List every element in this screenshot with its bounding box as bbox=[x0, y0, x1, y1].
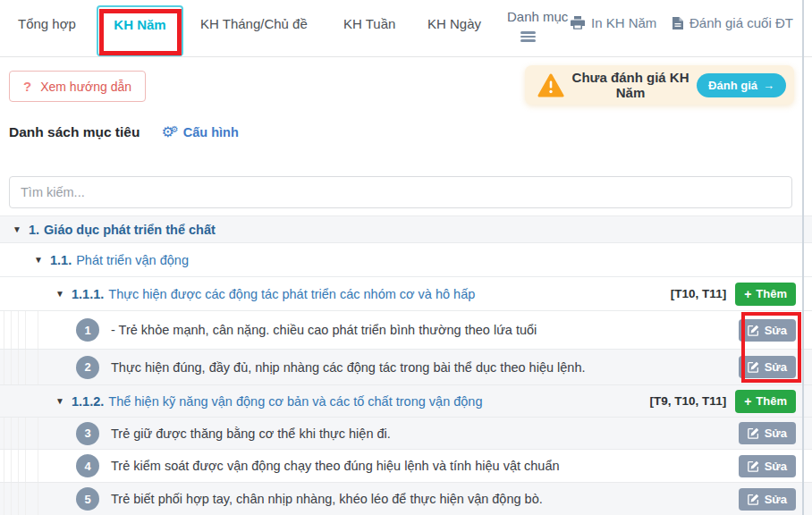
warning-banner: Chưa đánh giá KH Năm Đánh giá → bbox=[525, 65, 794, 105]
tab-danh-muc[interactable]: Danh mục bbox=[506, 8, 549, 44]
goal-index-badge: 5 bbox=[76, 487, 99, 511]
collapse-caret-icon[interactable]: ▼ bbox=[34, 255, 50, 265]
edit-button[interactable]: Sửa bbox=[739, 422, 796, 444]
group-label: Giáo dục phát triển thể chất bbox=[44, 223, 216, 237]
collapse-caret-icon[interactable]: ▼ bbox=[13, 224, 29, 234]
group-number: 1.1.1. bbox=[72, 287, 104, 301]
tab-danh-gia-cuoi-dt[interactable]: Đánh giá cuối ĐT bbox=[672, 15, 793, 30]
tab-kh-nam[interactable]: KH Năm bbox=[97, 5, 183, 56]
document-icon bbox=[672, 17, 683, 30]
edit-button[interactable]: Sửa bbox=[739, 356, 796, 378]
edit-button-label: Sửa bbox=[765, 360, 787, 374]
tab-kh-ngay[interactable]: KH Ngày bbox=[427, 16, 481, 31]
collapse-caret-icon[interactable]: ▼ bbox=[55, 289, 72, 299]
pencil-square-icon bbox=[748, 460, 759, 472]
config-link-label: Cấu hình bbox=[183, 125, 239, 139]
evaluate-button-label: Đánh giá bbox=[708, 79, 757, 92]
page: Tổng hợp KH Năm KH Tháng/Chủ đề KH Tuần … bbox=[0, 0, 812, 515]
goal-tree: ▼1.Giáo dục phát triển thể chất▼1.1.Phát… bbox=[0, 215, 812, 515]
tab-danh-muc-label: Danh mục bbox=[507, 8, 548, 26]
edit-button-label: Sửa bbox=[765, 426, 787, 440]
tab-kh-thang-chu-de[interactable]: KH Tháng/Chủ đề bbox=[200, 16, 308, 31]
group-label: Thực hiện được các động tác phát triển c… bbox=[108, 287, 475, 301]
evaluate-button[interactable]: Đánh giá → bbox=[697, 73, 786, 97]
goal-label: Trẻ giữ được thăng bằng cơ thể khi thực … bbox=[111, 426, 391, 441]
add-button[interactable]: +Thêm bbox=[735, 390, 796, 413]
pencil-square-icon bbox=[748, 494, 759, 505]
pencil-square-icon bbox=[748, 325, 759, 336]
goal-index-badge: 4 bbox=[76, 454, 99, 477]
tree-group-row: ▼1.Giáo dục phát triển thể chất bbox=[0, 215, 812, 242]
goal-label: Trẻ kiểm soát được vận động chạy theo đú… bbox=[111, 459, 560, 473]
group-number: 1. bbox=[29, 223, 39, 237]
add-button-label: Thêm bbox=[756, 394, 787, 408]
tree-group-row: ▼1.1.Phát triển vận động bbox=[0, 242, 812, 276]
gears-icon: ⚙⚙ bbox=[161, 125, 178, 139]
edit-button-label: Sửa bbox=[765, 324, 787, 337]
tab-in-kh-nam-label: In KH Năm bbox=[591, 15, 656, 30]
group-label: Thể hiện kỹ năng vận động cơ bản và các … bbox=[108, 394, 482, 409]
plus-icon: + bbox=[744, 394, 751, 409]
tab-danh-gia-cuoi-dt-label: Đánh giá cuối ĐT bbox=[689, 15, 793, 30]
goal-label: - Trẻ khỏe mạnh, cân nặng. chiều cao phá… bbox=[111, 323, 537, 337]
arrow-right-icon: → bbox=[763, 79, 774, 92]
goal-label: Thực hiện đúng, đầy đủ, nhịp nhàng các đ… bbox=[111, 360, 585, 375]
goal-index-badge: 2 bbox=[76, 356, 99, 379]
warning-triangle-icon bbox=[537, 73, 564, 97]
printer-icon bbox=[571, 16, 585, 30]
tab-bar: Tổng hợp KH Năm KH Tháng/Chủ đề KH Tuần … bbox=[0, 0, 812, 57]
help-button[interactable]: ? Xem hướng dẫn bbox=[9, 71, 146, 102]
pencil-square-icon bbox=[748, 427, 759, 439]
help-button-label: Xem hướng dẫn bbox=[40, 80, 131, 94]
tree-group-row: ▼1.1.2.Thể hiện kỹ năng vận động cơ bản … bbox=[0, 384, 812, 417]
tree-leaf-row: 4Trẻ kiểm soát được vận động chạy theo đ… bbox=[0, 449, 812, 482]
goal-label: Trẻ biết phối hợp tay, chân nhịp nhàng, … bbox=[111, 492, 543, 506]
tree-leaf-row: 2Thực hiện đúng, đầy đủ, nhịp nhàng các … bbox=[0, 349, 812, 384]
group-label: Phát triển vận động bbox=[76, 253, 189, 267]
tab-kh-tuan[interactable]: KH Tuần bbox=[343, 16, 395, 31]
pencil-square-icon bbox=[748, 361, 759, 373]
plus-icon: + bbox=[744, 287, 751, 301]
edit-button[interactable]: Sửa bbox=[739, 319, 796, 342]
warning-message: Chưa đánh giá KH Năm bbox=[564, 70, 697, 100]
term-tags: [T9, T10, T11] bbox=[650, 394, 727, 408]
tab-in-kh-nam[interactable]: In KH Năm bbox=[571, 15, 656, 30]
term-tags: [T10, T11] bbox=[671, 287, 726, 300]
goal-index-badge: 1 bbox=[76, 318, 99, 342]
group-number: 1.1.2. bbox=[72, 394, 104, 409]
search-input[interactable] bbox=[9, 176, 792, 208]
group-number: 1.1. bbox=[50, 253, 72, 267]
tree-leaf-row: 3Trẻ giữ được thăng bằng cơ thể khi thực… bbox=[0, 417, 812, 449]
edit-button[interactable]: Sửa bbox=[739, 488, 796, 511]
tree-group-row: ▼1.1.1.Thực hiện được các động tác phát … bbox=[0, 276, 812, 310]
config-link[interactable]: ⚙⚙ Cấu hình bbox=[161, 125, 238, 139]
add-button[interactable]: +Thêm bbox=[735, 283, 796, 306]
edit-button[interactable]: Sửa bbox=[739, 455, 796, 477]
edit-button-label: Sửa bbox=[765, 460, 787, 473]
tab-tong-hop[interactable]: Tổng hợp bbox=[18, 16, 76, 31]
tab-kh-nam-label: KH Năm bbox=[114, 17, 165, 32]
question-icon: ? bbox=[23, 79, 31, 94]
edit-button-label: Sửa bbox=[765, 493, 787, 506]
page-title: Danh sách mục tiêu bbox=[9, 124, 140, 140]
tree-leaf-row: 1- Trẻ khỏe mạnh, cân nặng. chiều cao ph… bbox=[0, 310, 812, 349]
tree-leaf-row: 5Trẻ biết phối hợp tay, chân nhịp nhàng,… bbox=[0, 482, 812, 515]
add-button-label: Thêm bbox=[756, 287, 787, 300]
scrollbar[interactable] bbox=[802, 0, 804, 515]
hamburger-menu-icon[interactable] bbox=[520, 30, 536, 44]
goal-index-badge: 3 bbox=[76, 422, 99, 445]
collapse-caret-icon[interactable]: ▼ bbox=[55, 396, 72, 406]
section-header: Danh sách mục tiêu ⚙⚙ Cấu hình bbox=[9, 124, 239, 140]
